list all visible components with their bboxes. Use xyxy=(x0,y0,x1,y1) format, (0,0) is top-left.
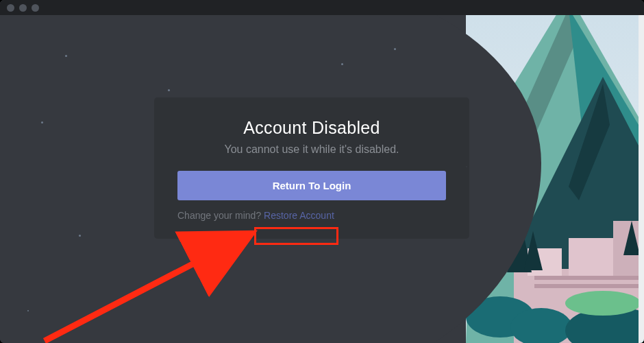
footer-prompt: Change your mind? xyxy=(177,210,264,221)
close-icon[interactable] xyxy=(7,4,14,12)
modal-subtitle: You cannot use it while it's disabled. xyxy=(177,143,446,156)
app-window: Account Disabled You cannot use it while… xyxy=(0,0,644,343)
svg-rect-12 xyxy=(534,284,644,288)
modal-footer: Change your mind? Restore Account xyxy=(177,210,446,221)
restore-account-link[interactable]: Restore Account xyxy=(264,210,334,221)
content-area: Account Disabled You cannot use it while… xyxy=(0,15,644,343)
maximize-icon[interactable] xyxy=(32,4,39,12)
account-disabled-modal: Account Disabled You cannot use it while… xyxy=(154,97,469,239)
modal-title: Account Disabled xyxy=(177,118,446,138)
svg-rect-9 xyxy=(569,238,617,276)
titlebar xyxy=(0,0,644,15)
scrollbar[interactable] xyxy=(639,15,644,343)
return-to-login-button[interactable]: Return To Login xyxy=(177,171,446,200)
svg-point-20 xyxy=(565,291,641,316)
minimize-icon[interactable] xyxy=(19,4,27,12)
svg-rect-11 xyxy=(534,276,644,280)
